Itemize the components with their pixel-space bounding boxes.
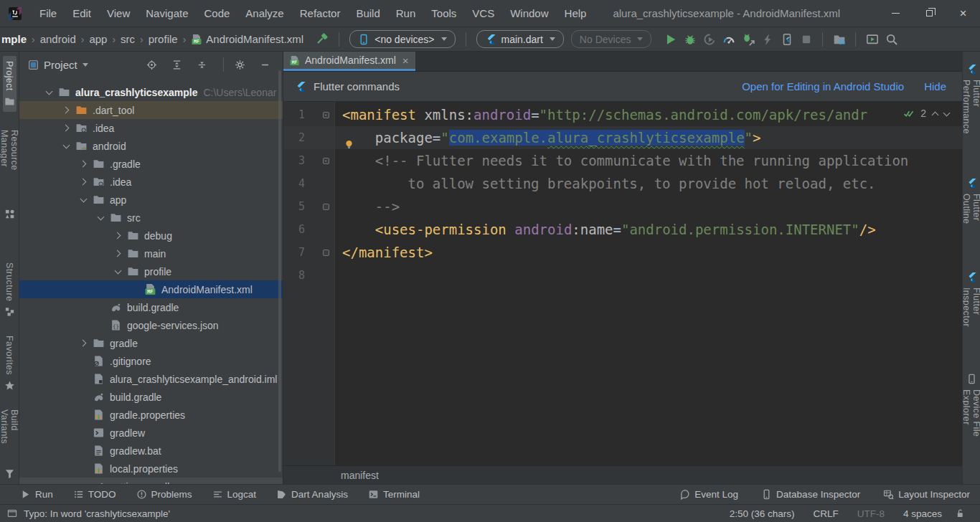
tree-item-local-properties[interactable]: local.properties: [19, 460, 283, 478]
menu-code[interactable]: Code: [196, 7, 237, 19]
stop-button[interactable]: [796, 30, 816, 49]
expand-chevron-icon[interactable]: [78, 176, 90, 188]
code-line-7[interactable]: </manifest>: [335, 241, 962, 264]
menu-refactor[interactable]: Refactor: [292, 7, 349, 19]
menu-build[interactable]: Build: [348, 7, 387, 19]
tree-item-app[interactable]: app: [19, 191, 283, 209]
device-selector[interactable]: <no devices>: [349, 30, 455, 48]
project-scrollbar[interactable]: [278, 70, 281, 472]
tool-window-button-dart-analysis[interactable]: Dart Analysis: [276, 489, 348, 500]
fold-start-icon[interactable]: -: [323, 112, 329, 118]
editor-text-area[interactable]: <manifest xmlns:android="http://schemas.…: [335, 102, 962, 465]
tree-item-alura-crashlyticsexample[interactable]: alura_crashlyticsexampleC:\Users\Leonar: [19, 83, 283, 101]
intention-bulb-icon[interactable]: [344, 132, 354, 143]
tree-item-gradle-properties[interactable]: gradle.properties: [19, 406, 283, 424]
menu-window[interactable]: Window: [502, 7, 556, 19]
hot-reload-button[interactable]: [758, 30, 777, 49]
search-everywhere-button[interactable]: [882, 30, 901, 49]
tree-item-gradlew[interactable]: gradlew: [19, 424, 283, 442]
menu-edit[interactable]: Edit: [65, 7, 99, 19]
tree-item-androidmanifest-xml[interactable]: MFAndroidManifest.xml: [19, 280, 283, 298]
menu-analyze[interactable]: Analyze: [237, 7, 291, 19]
collapse-chevron-icon[interactable]: [78, 194, 90, 206]
tree-item-build-gradle[interactable]: build.gradle: [19, 388, 283, 406]
debug-button[interactable]: [680, 30, 699, 49]
expand-chevron-icon[interactable]: [78, 338, 90, 349]
menu-vcs[interactable]: VCS: [464, 7, 502, 19]
flutter-device-button[interactable]: [777, 30, 796, 49]
breadcrumb-android[interactable]: android: [40, 33, 76, 45]
code-line-3[interactable]: <!-- Flutter needs it to communicate wit…: [335, 149, 962, 172]
tree-item-build-gradle[interactable]: build.gradle: [19, 298, 283, 316]
fold-start-icon[interactable]: -: [323, 158, 329, 164]
coverage-button[interactable]: [699, 30, 719, 49]
profiler-button[interactable]: [719, 30, 738, 49]
collapse-chevron-icon[interactable]: [95, 212, 107, 224]
menu-tools[interactable]: Tools: [423, 7, 464, 19]
tree-item-alura-crashlyticsexample-android-iml[interactable]: alura_crashlyticsexample_android.iml: [19, 370, 283, 388]
expand-chevron-icon[interactable]: [113, 248, 124, 260]
expand-chevron-icon[interactable]: [78, 158, 90, 170]
tree-item-debug[interactable]: debug: [19, 227, 283, 245]
tree-item-profile[interactable]: profile: [19, 262, 283, 280]
tree-item-idea[interactable]: .idea: [19, 119, 283, 137]
tab-androidmanifest-xml[interactable]: MF AndroidManifest.xml ×: [283, 52, 415, 71]
tree-item-gradle[interactable]: gradle: [19, 334, 283, 352]
tree-item-src[interactable]: src: [19, 209, 283, 227]
tree-item-main[interactable]: main: [19, 245, 283, 262]
collapse-all-button[interactable]: [197, 60, 212, 70]
tool-window-button-problems[interactable]: Problems: [136, 489, 192, 500]
code-line-4[interactable]: to allow setting breakpoints, to provide…: [335, 172, 962, 195]
status-2-50-36-chars[interactable]: 2:50 (36 chars): [730, 508, 795, 519]
status-4-spaces[interactable]: 4 spaces: [903, 508, 942, 519]
status-utf-8[interactable]: UTF-8: [857, 508, 885, 519]
open-in-android-studio-link[interactable]: Open for Editing in Android Studio: [742, 80, 904, 92]
tool-stripe-project[interactable]: Project: [3, 56, 17, 112]
code-editor[interactable]: 1-23-45678 <manifest xmlns:android="http…: [283, 102, 962, 465]
unlock-icon[interactable]: [955, 508, 965, 518]
code-line-5[interactable]: -->: [335, 195, 962, 218]
expand-chevron-icon[interactable]: [113, 230, 124, 242]
breadcrumb-mple[interactable]: mple: [1, 33, 27, 45]
close-button[interactable]: ×: [946, 0, 980, 27]
breadcrumb-profile[interactable]: profile: [149, 33, 178, 45]
tool-stripe-flutter-performance[interactable]: Flutter Performance: [962, 59, 980, 154]
inspections-widget[interactable]: 2: [903, 108, 949, 119]
code-line-2[interactable]: package="com.example.alura_crashlyticsex…: [335, 126, 962, 149]
collapse-chevron-icon[interactable]: [61, 141, 72, 152]
code-line-1[interactable]: <manifest xmlns:android="http://schemas.…: [335, 103, 962, 126]
chevron-down-icon[interactable]: [83, 63, 88, 67]
tree-item-gradlew-bat[interactable]: gradlew.bat: [19, 442, 283, 460]
tool-window-button-layout-inspector[interactable]: Layout Inspector: [883, 489, 970, 500]
code-line-8[interactable]: [335, 264, 962, 287]
run-button[interactable]: [661, 30, 680, 49]
tool-window-button-run[interactable]: Run: [20, 489, 53, 500]
tool-stripe-favorites[interactable]: Favorites: [3, 331, 17, 396]
tool-window-button-event-log[interactable]: Event Log: [679, 489, 738, 500]
expand-chevron-icon[interactable]: [61, 105, 72, 116]
breadcrumb-src[interactable]: src: [121, 33, 135, 45]
tree-item-android[interactable]: android: [19, 137, 283, 155]
flutter-device-selector[interactable]: No Devices: [571, 30, 652, 48]
menu-help[interactable]: Help: [557, 7, 595, 19]
hide-banner-link[interactable]: Hide: [924, 80, 946, 92]
menu-view[interactable]: View: [99, 7, 138, 19]
menu-navigate[interactable]: Navigate: [138, 7, 196, 19]
tool-stripe-build-variants[interactable]: Build Variants: [0, 404, 19, 484]
build-project-button[interactable]: [311, 30, 332, 49]
tree-item-gradle[interactable]: .gradle: [19, 155, 283, 173]
fold-end-icon[interactable]: [323, 204, 329, 210]
avd-manager-button[interactable]: [862, 30, 882, 49]
fold-end-icon[interactable]: [323, 250, 329, 256]
tree-item-google-services-json[interactable]: {}google-services.json: [19, 316, 283, 334]
tool-window-button-database-inspector[interactable]: Database Inspector: [761, 489, 860, 500]
code-line-6[interactable]: <uses-permission android:name="android.p…: [335, 218, 962, 241]
breadcrumb-app[interactable]: app: [89, 33, 107, 45]
tool-stripe-flutter-outline[interactable]: Flutter Outline: [962, 173, 980, 248]
tool-window-button-terminal[interactable]: Terminal: [368, 489, 420, 500]
run-config-selector[interactable]: main.dart: [476, 30, 564, 48]
hide-button[interactable]: [260, 60, 275, 70]
expand-chevron-icon[interactable]: [61, 123, 72, 134]
project-structure-button[interactable]: [829, 30, 849, 49]
restore-button[interactable]: [913, 0, 946, 27]
